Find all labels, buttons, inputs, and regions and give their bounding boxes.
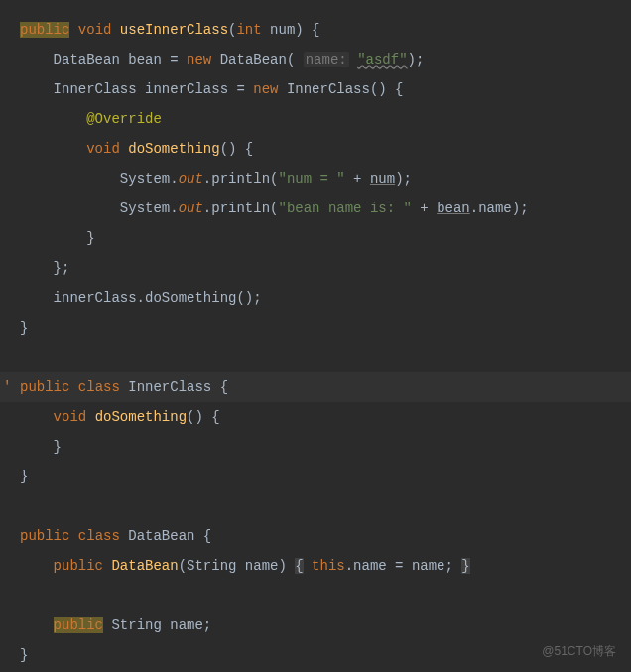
param-name: num [270, 22, 295, 38]
code-line[interactable]: void doSomething() { [20, 402, 631, 432]
brace: } [86, 230, 94, 246]
code-text: () { [220, 141, 254, 157]
keyword-public: public [20, 22, 69, 38]
code-line[interactable]: } [20, 462, 631, 491]
class-name: DataBean [128, 528, 194, 544]
annotation: @Override [86, 111, 162, 127]
code-text: () { [370, 81, 404, 97]
code-line[interactable]: } [20, 640, 631, 670]
code-text: { [211, 379, 228, 395]
code-line[interactable]: }; [20, 253, 631, 283]
string-literal: "asdf" [357, 52, 407, 67]
keyword-public: public [20, 528, 69, 544]
code-line[interactable]: innerClass.doSomething(); [20, 283, 631, 313]
code-line[interactable]: } [20, 223, 631, 253]
code-text: System. [120, 171, 179, 187]
code-line[interactable]: System.out.println("num = " + num); [20, 164, 631, 194]
code-line[interactable] [20, 342, 631, 372]
code-line[interactable]: public String name; [20, 610, 631, 640]
keyword-new: new [253, 81, 278, 97]
keyword-void: void [54, 409, 87, 425]
code-text: { [194, 528, 211, 544]
code-line[interactable] [20, 491, 631, 521]
method-name: doSomething [95, 409, 187, 425]
code-line[interactable]: public void useInnerClass(int num) { [20, 15, 631, 45]
brace: } [20, 647, 28, 663]
code-line-active[interactable]: 'public class InnerClass { [0, 372, 631, 402]
string-literal: "num = " [278, 171, 344, 187]
code-line[interactable]: void doSomething() { [20, 134, 631, 164]
code-text: ); [408, 52, 425, 67]
code-text: () { [187, 409, 220, 425]
code-text: ); [395, 171, 412, 187]
keyword-public: public [20, 379, 69, 395]
code-line[interactable]: DataBean bean = new DataBean( name: "asd… [20, 45, 631, 74]
keyword-class: class [78, 379, 120, 395]
code-editor[interactable]: public void useInnerClass(int num) { Dat… [0, 0, 631, 672]
caret-indicator: ' [3, 372, 11, 402]
string-literal: "bean name is: " [278, 201, 411, 216]
keyword-new: new [187, 52, 211, 67]
brace: }; [54, 260, 70, 276]
code-text: .println( [203, 171, 279, 187]
keyword-void: void [86, 141, 120, 157]
variable-ref: bean [437, 201, 470, 216]
brace: } [54, 439, 62, 455]
keyword-int: int [236, 22, 261, 38]
code-text: + [412, 201, 437, 216]
variable: bean [128, 52, 162, 67]
variable: innerClass [145, 81, 228, 97]
code-line[interactable]: public DataBean(String name) { this.name… [20, 551, 631, 581]
code-text: .name); [470, 201, 529, 216]
class-name: InnerClass [128, 379, 211, 395]
watermark: @51CTO博客 [542, 643, 616, 660]
keyword-public: public [54, 617, 103, 633]
code-line[interactable] [20, 581, 631, 610]
brace-match: { [295, 558, 303, 574]
brace: } [20, 320, 28, 336]
code-line[interactable]: } [20, 313, 631, 342]
param-hint: name: [304, 52, 349, 67]
code-text [304, 558, 312, 574]
code-line[interactable]: } [20, 432, 631, 462]
static-field: out [179, 171, 203, 187]
code-line[interactable]: @Override [20, 104, 631, 134]
method-name: doSomething [128, 141, 219, 157]
code-text: .println( [203, 201, 279, 216]
code-text: System. [120, 201, 179, 216]
variable-ref: num [370, 171, 395, 187]
constructor: DataBean [220, 52, 287, 67]
keyword-public: public [54, 558, 103, 574]
static-field: out [179, 201, 203, 216]
keyword-this: this [312, 558, 345, 574]
method-name: useInnerClass [120, 22, 228, 38]
code-line[interactable]: InnerClass innerClass = new InnerClass()… [20, 74, 631, 104]
constructor: DataBean [111, 558, 178, 574]
code-text: + [345, 171, 370, 187]
code-line[interactable]: public class DataBean { [20, 521, 631, 551]
brace: } [20, 469, 28, 484]
type-name: InnerClass [54, 81, 137, 97]
code-text: = [162, 52, 187, 67]
code-text: = [228, 81, 253, 97]
keyword-void: void [78, 22, 112, 38]
constructor: InnerClass [287, 81, 370, 97]
params: (String name) [179, 558, 296, 574]
code-line[interactable]: System.out.println("bean name is: " + be… [20, 194, 631, 223]
keyword-class: class [78, 528, 120, 544]
code-text: innerClass.doSomething(); [54, 290, 262, 306]
brace-match: } [461, 558, 469, 574]
code-text: ) { [295, 22, 319, 38]
type-name: DataBean [54, 52, 120, 67]
code-text: .name = name; [345, 558, 462, 574]
code-text: String name; [103, 617, 211, 633]
